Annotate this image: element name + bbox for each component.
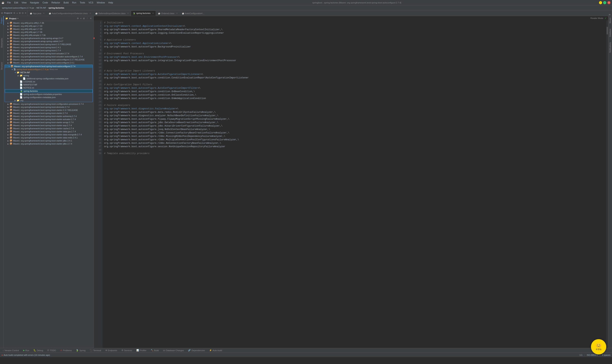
toolbar-close-panel[interactable]: ✕ bbox=[24, 12, 27, 15]
project-header-settings[interactable]: ⚙ bbox=[77, 17, 79, 20]
tab-ordered[interactable]: ☕ Ordered.class ✕ bbox=[156, 11, 180, 16]
tree-item-additional-config[interactable]: 📄 additional-spring-configuration-metada… bbox=[5, 77, 93, 80]
tab-close-deferred[interactable]: ✕ bbox=[127, 12, 129, 14]
menu-window[interactable]: Window bbox=[95, 1, 106, 4]
bottom-tab-services[interactable]: ⚙ Services bbox=[120, 348, 134, 352]
tab-app-java[interactable]: ☕ App.java ✕ bbox=[28, 11, 47, 16]
tree-item-config-processor[interactable]: ▶ 📦 Maven: org.springframework.boot:spri… bbox=[4, 103, 93, 105]
minimize-button[interactable]: – bbox=[599, 1, 602, 4]
tabs-overflow[interactable]: ≫ bbox=[607, 13, 612, 16]
tree-item-autoconfigure-241[interactable]: ▶ 📦 Maven: org.springframework.boot:spri… bbox=[4, 61, 93, 64]
tree-item-manifest[interactable]: 📄 MANIFEST.MF bbox=[5, 83, 93, 86]
maximize-button[interactable]: □ bbox=[603, 1, 606, 4]
tab-autoconfiguration-i[interactable]: ☕ AutoConfigurationI... bbox=[180, 11, 206, 16]
tree-item-autoconfigure-237[interactable]: ▶ 📦 Maven: org.springframework.boot:spri… bbox=[4, 58, 93, 61]
reader-mode-button[interactable]: Reader Mode bbox=[590, 17, 603, 19]
tree-item-starter-activemq[interactable]: ▶ 📦 Maven: org.springframework.boot:spri… bbox=[4, 115, 93, 118]
tree-item-jar[interactable]: ▼ 🗜 spring-boot-autoconfigure-2.7.4.jar … bbox=[5, 68, 93, 71]
menu-file[interactable]: File bbox=[6, 1, 12, 4]
tree-item-starter-actuator[interactable]: ▶ 📦 Maven: org.springframework.boot:spri… bbox=[4, 118, 93, 121]
menu-tools[interactable]: Tools bbox=[78, 1, 87, 4]
menu-navigate[interactable]: Navigate bbox=[28, 1, 40, 4]
menu-view[interactable]: View bbox=[20, 1, 28, 4]
tab-close-auto-config[interactable]: ✕ bbox=[90, 12, 91, 14]
tree-item-boot-237[interactable]: ▶ 📦 Maven: org.springframework.boot:spri… bbox=[4, 43, 93, 46]
tab-close-spring-factories[interactable]: ✕ bbox=[152, 12, 154, 14]
tree-item-starter-amqp[interactable]: ▶ 📦 Maven: org.springframework.boot:spri… bbox=[4, 121, 93, 124]
sidebar-item-bookmarks[interactable]: Bookmarks bbox=[0, 37, 3, 49]
bottom-tab-database-changes[interactable]: 🗃 Database Changes bbox=[161, 348, 186, 352]
bottom-tab-terminal[interactable]: ⬛ Terminal bbox=[88, 348, 103, 352]
bc-factories[interactable]: spring.factories bbox=[48, 7, 64, 9]
tab-close-ordered[interactable]: ✕ bbox=[176, 12, 178, 14]
editor-scrollbar[interactable] bbox=[606, 20, 608, 348]
tree-item-spring-config-meta[interactable]: 📄 spring-configuration-metadata.json bbox=[5, 96, 93, 99]
tree-item-starter-274[interactable]: ▶ 📦 Maven: org.springframework.boot:spri… bbox=[4, 112, 93, 115]
project-dropdown-arrow[interactable]: ▾ bbox=[17, 17, 18, 20]
rp-database[interactable]: Database bbox=[609, 28, 612, 38]
project-header-expand[interactable]: ⊞ bbox=[83, 17, 85, 20]
scrollbar-thumb[interactable] bbox=[607, 27, 608, 34]
project-header-close[interactable]: ✕ bbox=[90, 17, 92, 20]
tab-close-app-java[interactable]: ✕ bbox=[43, 12, 45, 14]
tree-item-notice[interactable]: 📄 NOTICE.txt bbox=[5, 86, 93, 89]
tree-item-slf4j-jul[interactable]: ▶ 📦 Maven: org.slf4j:jul-to-slf4j:1.7.36 bbox=[4, 21, 93, 25]
menu-edit[interactable]: Edit bbox=[13, 1, 20, 4]
close-button[interactable]: ✕ bbox=[607, 1, 611, 4]
tree-item-starter-data-jpa[interactable]: ▶ 📦 Maven: org.springframework.boot:spri… bbox=[4, 130, 93, 133]
tree-item-autoconfigure-274[interactable]: ▼ 📦 Maven: org.springframework.boot:spri… bbox=[5, 65, 93, 68]
menu-run[interactable]: Run bbox=[71, 1, 78, 4]
tree-item-devtools[interactable]: ▶ 📦 Maven: org.springframework.boot:spri… bbox=[4, 105, 93, 109]
rp-notifications[interactable]: Notifications bbox=[609, 41, 612, 53]
toolbar-settings[interactable]: ⚙ bbox=[13, 12, 16, 15]
project-header-equalize[interactable]: ≡ bbox=[80, 17, 82, 20]
bottom-tab-problems[interactable]: ⚠ Problems bbox=[58, 348, 74, 352]
tree-item-slf4j-api-1730[interactable]: ▶ 📦 Maven: org.slf4j:slf4j-api:1.7.30 bbox=[4, 25, 93, 27]
menu-help[interactable]: Help bbox=[107, 1, 115, 4]
bc-jar[interactable]: spring-boot-autoconfigure-2.7.4.jar bbox=[2, 7, 34, 9]
tree-item-boot-241[interactable]: ▶ 📦 Maven: org.springframework.boot:spri… bbox=[4, 46, 93, 49]
rp-maven[interactable]: Maven bbox=[609, 17, 612, 24]
tree-item-amqp-rabbit[interactable]: ▶ 📦 Maven: org.springframework.amqp:spri… bbox=[4, 40, 93, 43]
toolbar-project-dropdown[interactable]: Project ▾ bbox=[4, 12, 13, 15]
toolbar-equalize[interactable]: ≡ bbox=[16, 12, 18, 15]
bottom-tab-profiler[interactable]: 📊 Profiler bbox=[134, 348, 148, 352]
bottom-tab-build[interactable]: 🔨 Build bbox=[149, 348, 161, 352]
bottom-tab-todo[interactable]: ☑ TODO bbox=[45, 348, 58, 352]
bottom-tab-endpoints[interactable]: ⊕ Endpoints bbox=[104, 348, 119, 352]
sidebar-item-structure[interactable]: Structure bbox=[0, 61, 3, 72]
tree-item-amqp-spring[interactable]: ▶ 📦 Maven: org.springframework.amqp:spri… bbox=[4, 37, 93, 40]
toolbar-expand[interactable]: ⊞ bbox=[19, 12, 21, 15]
tree-item-starter-aop[interactable]: ▶ 📦 Maven: org.springframework.boot:spri… bbox=[4, 124, 93, 127]
tree-item-spring-autoconfigure-meta[interactable]: 📄 spring-autoconfigure-metadata.properti… bbox=[5, 93, 93, 96]
tree-item-actuator[interactable]: ▶ 📦 Maven: org.springframework.boot:spri… bbox=[4, 52, 93, 55]
tree-item-license[interactable]: 📄 LICENSE.txt bbox=[5, 80, 93, 83]
tab-auto-config[interactable]: ☕ AutoConfigurationImportSelector.class … bbox=[47, 11, 93, 16]
tree-item-starter-cache[interactable]: ▶ 📦 Maven: org.springframework.boot:spri… bbox=[4, 127, 93, 130]
tree-item-starter-jdbc-274[interactable]: ▶ 📦 Maven: org.springframework.boot:spri… bbox=[4, 142, 93, 145]
bottom-tab-auto-build[interactable]: ⚡ Auto-build bbox=[207, 348, 224, 352]
tree-item-slf4j-api-1732[interactable]: ▶ 📦 Maven: org.slf4j:slf4j-api:1.7.32 bbox=[4, 27, 93, 31]
bottom-tab-run[interactable]: ▶ Run bbox=[21, 348, 31, 352]
tree-item-spring-factories[interactable]: 🍃 spring.factories bbox=[5, 89, 93, 93]
code-content[interactable]: # Initializers org.springframework.conte… bbox=[103, 20, 606, 348]
bottom-tab-version-control[interactable]: ↕ Version Control bbox=[1, 348, 21, 352]
tree-item-spring-folder[interactable]: ▶ 📁 spring bbox=[5, 74, 93, 77]
tree-item-org[interactable]: ▶ 📁 org bbox=[5, 99, 93, 102]
toolbar-options[interactable]: ⊟ bbox=[21, 12, 24, 15]
menu-build[interactable]: Build bbox=[62, 1, 70, 4]
tree-item-starter-jdbc-241[interactable]: ▶ 📦 Maven: org.springframework.boot:spri… bbox=[4, 139, 93, 142]
tree-item-slf4j-simple[interactable]: ▶ 📦 Maven: org.slf4j:slf4j-simple:1.7.36 bbox=[4, 34, 93, 37]
sync-icon[interactable]: ⊞ bbox=[1, 12, 3, 15]
tree-item-metainf[interactable]: ▼ 📁 META-INF bbox=[5, 71, 93, 74]
tree-item-starter-data-mongo[interactable]: ▶ 📦 Maven: org.springframework.boot:spri… bbox=[4, 133, 93, 136]
sidebar-item-project[interactable]: Project bbox=[0, 16, 4, 25]
tree-item-boot-274[interactable]: ▶ 📦 Maven: org.springframework.boot:spri… bbox=[4, 49, 93, 52]
project-header-options[interactable]: ⋮ bbox=[86, 17, 89, 20]
tree-item-starter-237[interactable]: ▶ 📦 Maven: org.springframework.boot:spri… bbox=[4, 109, 93, 112]
bc-metainf[interactable]: META-INF bbox=[36, 7, 46, 9]
tab-spring-factories[interactable]: 🍃 spring.factories ✕ bbox=[131, 11, 156, 16]
tree-item-actuator-auto[interactable]: ▶ 📦 Maven: org.springframework.boot:spri… bbox=[4, 55, 93, 58]
bottom-tab-dependencies[interactable]: 🔗 Dependencies bbox=[186, 348, 207, 352]
bottom-tab-debug[interactable]: 🐛 Debug bbox=[32, 348, 45, 352]
